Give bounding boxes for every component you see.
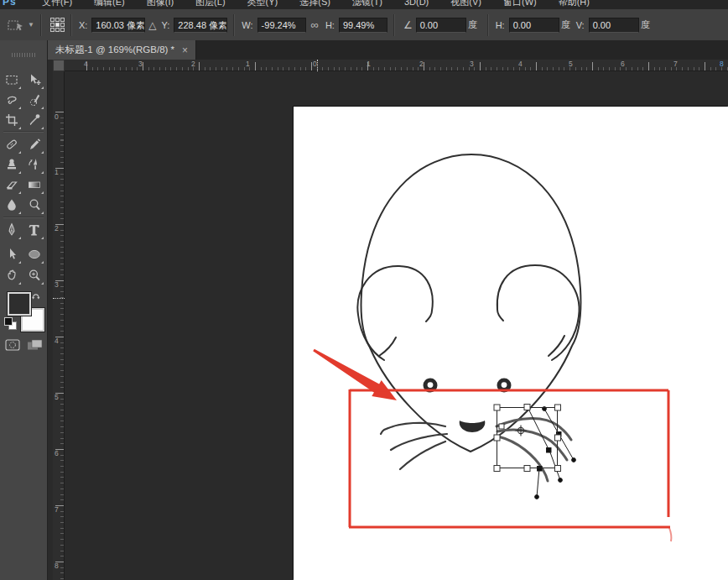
path-skeleton-lines bbox=[528, 407, 575, 499]
menu-3d[interactable]: 3D(D) bbox=[393, 0, 439, 7]
menu-window[interactable]: 窗口(W) bbox=[492, 0, 548, 8]
width-label: W: bbox=[242, 20, 252, 30]
tool-pen[interactable] bbox=[2, 220, 22, 240]
document-tab[interactable]: 未标题-1 @ 169%(RGB/8) * × bbox=[48, 40, 196, 60]
v-ruler-number: 6 bbox=[55, 450, 59, 457]
tool-type[interactable] bbox=[24, 220, 44, 240]
menu-view[interactable]: 视图(V) bbox=[439, 0, 492, 8]
right-eye-highlight bbox=[502, 382, 507, 388]
swap-colors-icon[interactable] bbox=[31, 290, 42, 305]
tool-blur[interactable] bbox=[2, 195, 22, 215]
h-ruler-number: 3 bbox=[470, 60, 474, 68]
quick-mask-button[interactable] bbox=[5, 339, 20, 354]
tool-move[interactable] bbox=[24, 70, 44, 90]
cursor-position-indicator bbox=[317, 60, 318, 71]
tool-path-selection[interactable] bbox=[2, 244, 22, 264]
tool-hand[interactable] bbox=[2, 265, 22, 285]
tool-crop[interactable] bbox=[2, 110, 22, 130]
tool-eyedropper[interactable] bbox=[24, 110, 44, 130]
default-colors-icon[interactable] bbox=[4, 317, 16, 329]
tool-history-brush[interactable] bbox=[24, 154, 44, 175]
panel-grip[interactable] bbox=[12, 53, 35, 57]
v-ruler-number: 2 bbox=[55, 225, 59, 233]
rotation-field[interactable]: 0.00 bbox=[416, 18, 466, 33]
tool-spot-healing[interactable] bbox=[2, 134, 22, 154]
v-skew-label: V: bbox=[576, 20, 585, 30]
menu-select[interactable]: 选择(S) bbox=[289, 0, 341, 8]
rotation-angle-icon: ∠ bbox=[403, 19, 413, 31]
menu-file[interactable]: 文件(F) bbox=[31, 0, 83, 8]
document-tab-bar: 未标题-1 @ 169%(RGB/8) * × bbox=[48, 40, 728, 60]
close-icon[interactable]: × bbox=[182, 44, 188, 56]
h-ruler-number: 7 bbox=[673, 60, 678, 68]
height-label: H: bbox=[325, 20, 335, 30]
lasso-icon bbox=[4, 92, 19, 107]
tool-dodge[interactable] bbox=[24, 195, 44, 215]
handle-mid-left bbox=[494, 435, 500, 441]
h-ruler-number: 1 bbox=[367, 60, 371, 68]
move-icon bbox=[27, 72, 42, 87]
h-skew-degree-unit: 度 bbox=[561, 18, 570, 31]
h-ruler-number: 4 bbox=[84, 60, 88, 68]
y-position-field[interactable]: 228.48 像素 bbox=[174, 18, 227, 33]
rotation-degree-unit: 度 bbox=[468, 18, 477, 31]
h-ruler-number: 1 bbox=[246, 60, 250, 68]
screen-mode-button[interactable] bbox=[27, 339, 44, 354]
tool-ellipse-shape[interactable] bbox=[24, 244, 44, 264]
reference-point-locator[interactable] bbox=[50, 18, 65, 32]
tool-pencil[interactable] bbox=[24, 134, 44, 154]
mouse-nose bbox=[460, 421, 486, 432]
menu-edit[interactable]: 编辑(E) bbox=[83, 0, 136, 8]
h-ruler-number: 2 bbox=[191, 60, 195, 68]
vertical-ruler[interactable]: 0 1 2 3 4 5 6 7 8 bbox=[53, 71, 65, 580]
menu-image[interactable]: 图像(I) bbox=[136, 0, 185, 8]
reference-point-icon bbox=[516, 426, 527, 436]
ps-logo: Ps bbox=[0, 0, 31, 8]
handle-top-mid bbox=[524, 405, 530, 410]
ruler-origin-corner[interactable] bbox=[53, 60, 65, 71]
foreground-color-swatch[interactable] bbox=[8, 292, 31, 316]
type-icon bbox=[27, 222, 42, 238]
h-ruler-number: 6 bbox=[621, 60, 625, 68]
magnifier-icon bbox=[27, 268, 42, 283]
h-skew-field[interactable]: 0.00 bbox=[509, 18, 559, 33]
width-scale-field[interactable]: -99.24% bbox=[257, 18, 306, 33]
tool-clone-stamp[interactable] bbox=[2, 154, 22, 175]
transform-tool-icon bbox=[7, 18, 25, 33]
tool-rectangular-marquee[interactable] bbox=[2, 70, 22, 90]
tool-zoom[interactable] bbox=[24, 265, 44, 285]
mouse-outline bbox=[357, 154, 580, 452]
left-ear-branch bbox=[379, 337, 396, 356]
h-ruler-number: 5 bbox=[569, 60, 573, 68]
tool-quick-selection[interactable] bbox=[24, 90, 44, 110]
handle-bottom-mid bbox=[524, 466, 530, 472]
menu-help[interactable]: 帮助(H) bbox=[548, 0, 601, 8]
tool-eraser[interactable] bbox=[2, 175, 22, 195]
dodge-icon bbox=[27, 197, 42, 212]
menu-filter[interactable]: 滤镜(T) bbox=[341, 0, 393, 8]
link-dimensions-icon[interactable]: ∞ bbox=[311, 18, 319, 31]
gradient-icon bbox=[27, 177, 42, 192]
handle-top-left bbox=[494, 405, 500, 410]
left-eye-highlight bbox=[428, 382, 434, 388]
tool-lasso[interactable] bbox=[2, 90, 22, 110]
height-scale-field[interactable]: 99.49% bbox=[339, 18, 387, 33]
history-brush-icon bbox=[27, 157, 42, 172]
menu-bar: Ps 文件(F) 编辑(E) 图像(I) 图层(L) 类型(Y) 选择(S) 滤… bbox=[0, 0, 728, 9]
left-whiskers bbox=[381, 423, 447, 469]
relative-position-icon[interactable]: △ bbox=[148, 19, 156, 31]
photoshop-window: { "menubar": { "logo": "Ps", "items": ["… bbox=[0, 0, 728, 580]
document-title: 未标题-1 @ 169%(RGB/8) * bbox=[55, 44, 174, 56]
h-skew-label: H: bbox=[496, 20, 505, 30]
v-skew-field[interactable]: 0.00 bbox=[589, 18, 639, 33]
menu-layer[interactable]: 图层(L) bbox=[185, 0, 236, 8]
v-ruler-number: 5 bbox=[55, 394, 59, 401]
canvas-artwork[interactable] bbox=[294, 107, 728, 580]
tool-gradient[interactable] bbox=[24, 175, 44, 195]
tool-preset-picker[interactable]: ▼ bbox=[7, 18, 34, 33]
x-position-field[interactable]: 160.03 像素 bbox=[91, 18, 145, 33]
horizontal-ruler[interactable]: 4 3 2 1 0 1 2 3 4 5 6 7 8 bbox=[65, 60, 728, 71]
tools-panel bbox=[0, 40, 48, 580]
ellipse-icon bbox=[27, 247, 42, 262]
menu-type[interactable]: 类型(Y) bbox=[237, 0, 289, 8]
